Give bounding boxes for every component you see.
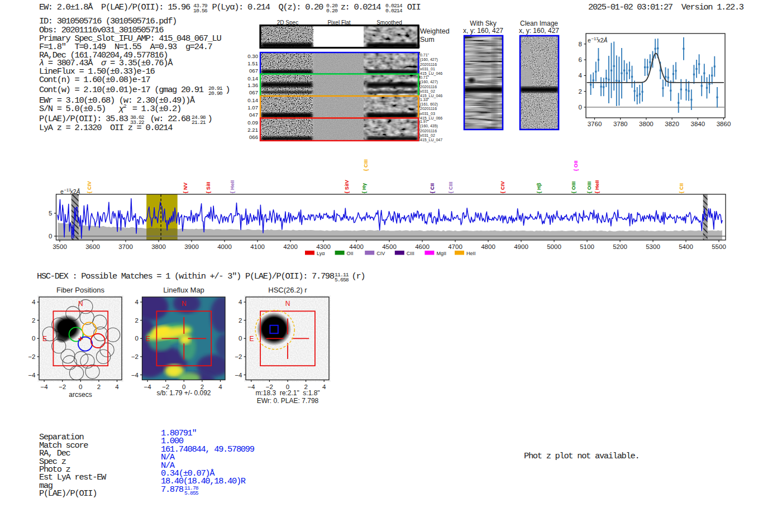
svg-text:N: N bbox=[78, 300, 83, 308]
svg-text:4900: 4900 bbox=[514, 243, 528, 250]
svg-text:2: 2 bbox=[239, 317, 242, 324]
svg-text:−2: −2 bbox=[235, 353, 242, 360]
svg-text:4200: 4200 bbox=[283, 243, 298, 250]
svg-text:5300: 5300 bbox=[646, 243, 660, 250]
svg-text:−4: −4 bbox=[28, 372, 36, 378]
svg-text:5400: 5400 bbox=[679, 243, 693, 250]
svg-text:4: 4 bbox=[579, 72, 583, 79]
svg-text:CIV: CIV bbox=[376, 251, 385, 256]
svg-text:{ HeII: { HeII bbox=[229, 180, 235, 194]
svg-text:{ CIV: { CIV bbox=[499, 181, 506, 194]
svg-text:0: 0 bbox=[32, 335, 35, 342]
svg-text:3760: 3760 bbox=[588, 121, 602, 127]
svg-text:2: 2 bbox=[32, 317, 35, 324]
svg-text:0: 0 bbox=[79, 384, 82, 390]
svg-text:4300: 4300 bbox=[316, 243, 331, 250]
svg-text:4: 4 bbox=[115, 384, 119, 390]
svg-text:CIII: CIII bbox=[407, 251, 414, 256]
svg-text:E: E bbox=[42, 335, 47, 343]
svg-text:E: E bbox=[250, 335, 254, 343]
svg-text:{ OIII: { OIII bbox=[586, 181, 592, 194]
svg-text:4000: 4000 bbox=[217, 243, 232, 250]
svg-text:0: 0 bbox=[239, 335, 242, 342]
svg-text:{ CII: { CII bbox=[429, 183, 435, 193]
svg-text:3800: 3800 bbox=[639, 121, 654, 127]
svg-text:4600: 4600 bbox=[415, 243, 430, 250]
svg-text:3840: 3840 bbox=[691, 121, 705, 127]
svg-text:HeII: HeII bbox=[466, 251, 476, 256]
svg-text:5000: 5000 bbox=[547, 243, 561, 250]
svg-text:6: 6 bbox=[579, 56, 582, 63]
svg-text:−4: −4 bbox=[131, 372, 139, 378]
svg-text:3820: 3820 bbox=[665, 121, 679, 127]
svg-text:2: 2 bbox=[135, 317, 139, 324]
svg-text:−4: −4 bbox=[41, 384, 49, 390]
svg-text:4500: 4500 bbox=[382, 243, 397, 250]
svg-text:4: 4 bbox=[135, 299, 139, 305]
svg-text:{ NV: { NV bbox=[182, 182, 188, 193]
svg-text:N: N bbox=[182, 300, 187, 308]
svg-text:{ CIII: { CIII bbox=[447, 181, 454, 193]
svg-text:5: 5 bbox=[49, 210, 52, 217]
svg-text:−2: −2 bbox=[131, 353, 139, 360]
svg-text:5200: 5200 bbox=[613, 243, 627, 250]
svg-text:2: 2 bbox=[579, 88, 582, 95]
svg-text:3700: 3700 bbox=[118, 243, 133, 250]
svg-text:5500: 5500 bbox=[712, 243, 726, 250]
svg-text:4100: 4100 bbox=[250, 243, 265, 250]
svg-text:{ CII: { CII bbox=[678, 183, 684, 193]
svg-text:{ Hγ: { Hγ bbox=[361, 183, 367, 193]
svg-text:E: E bbox=[146, 335, 150, 343]
svg-text:4: 4 bbox=[32, 299, 36, 305]
svg-text:3900: 3900 bbox=[184, 243, 199, 250]
svg-text:{ HeII: { HeII bbox=[594, 180, 600, 194]
svg-text:{ Hβ: { Hβ bbox=[536, 183, 542, 193]
svg-text:8: 8 bbox=[579, 41, 582, 47]
svg-text:3600: 3600 bbox=[85, 243, 100, 250]
svg-text:{ OIII: { OIII bbox=[570, 181, 576, 194]
svg-text:OII: OII bbox=[347, 251, 354, 256]
svg-text:3860: 3860 bbox=[717, 121, 731, 127]
svg-text:Lyα: Lyα bbox=[317, 251, 325, 256]
svg-text:3780: 3780 bbox=[613, 121, 628, 127]
svg-text:−2: −2 bbox=[59, 384, 66, 390]
svg-text:4400: 4400 bbox=[349, 243, 364, 250]
svg-text:4700: 4700 bbox=[448, 243, 462, 250]
svg-text:{ SiII: { SiII bbox=[205, 182, 211, 194]
svg-text:0: 0 bbox=[579, 104, 582, 111]
svg-text:0: 0 bbox=[135, 335, 139, 342]
svg-text:5100: 5100 bbox=[580, 243, 594, 250]
svg-text:{ CIII: { CIII bbox=[363, 159, 369, 171]
svg-text:{ CIV: { CIV bbox=[86, 181, 92, 194]
svg-text:{ SiIV: { SiIV bbox=[344, 180, 350, 194]
svg-text:3800: 3800 bbox=[151, 243, 166, 250]
svg-text:4: 4 bbox=[239, 299, 242, 305]
svg-text:−4: −4 bbox=[235, 372, 242, 378]
svg-text:{ OII: { OII bbox=[573, 160, 579, 171]
svg-text:0: 0 bbox=[49, 233, 52, 239]
svg-text:4800: 4800 bbox=[481, 243, 495, 250]
svg-text:MgII: MgII bbox=[436, 251, 446, 256]
svg-text:N: N bbox=[285, 300, 290, 308]
svg-text:3500: 3500 bbox=[53, 243, 67, 250]
svg-text:−2: −2 bbox=[28, 353, 35, 360]
svg-text:2: 2 bbox=[97, 384, 101, 390]
